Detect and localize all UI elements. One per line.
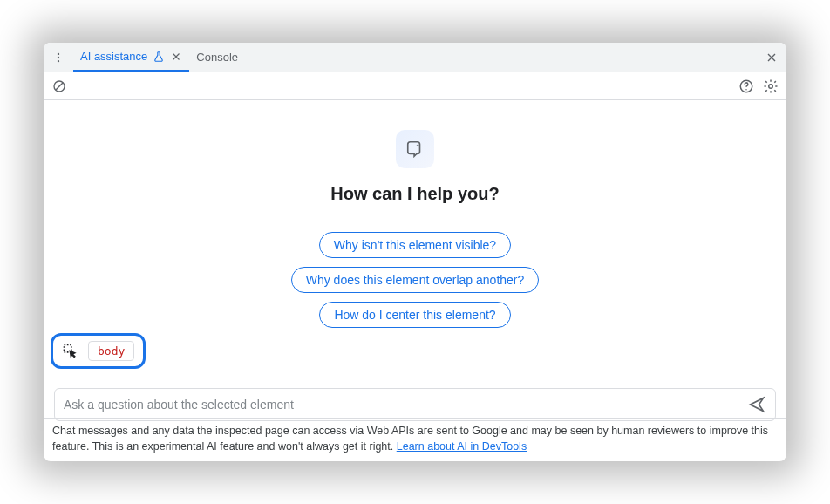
tab-console[interactable]: Console	[189, 43, 245, 72]
tab-label: Console	[196, 51, 238, 64]
element-selector-highlight: body	[51, 333, 146, 369]
main-content: How can I help you? Why isn't this eleme…	[44, 100, 786, 461]
svg-point-6	[769, 84, 773, 88]
gear-icon[interactable]	[760, 76, 781, 97]
svg-point-2	[58, 59, 59, 61]
suggestion-list: Why isn't this element visible? Why does…	[291, 232, 540, 328]
suggestion-chip[interactable]: How do I center this element?	[319, 302, 510, 328]
inspect-element-icon[interactable]	[62, 343, 79, 360]
close-tab-icon[interactable]	[170, 51, 182, 63]
suggestion-chip[interactable]: Why does this element overlap another?	[291, 267, 540, 293]
disclaimer-footer: Chat messages and any data the inspected…	[44, 418, 786, 461]
tab-label: AI assistance	[80, 50, 147, 63]
element-selector-row: body	[44, 333, 146, 369]
svg-point-0	[58, 52, 59, 54]
ai-sparkle-icon	[396, 130, 434, 168]
svg-point-1	[58, 56, 59, 58]
input-row	[44, 388, 786, 421]
devtools-panel: AI assistance Console How can	[44, 43, 786, 461]
close-panel-icon[interactable]	[762, 48, 781, 67]
help-icon[interactable]	[736, 76, 757, 97]
tab-ai-assistance[interactable]: AI assistance	[73, 43, 189, 72]
welcome-heading: How can I help you?	[330, 184, 499, 204]
send-icon[interactable]	[745, 393, 768, 416]
toolbar	[44, 72, 786, 100]
suggestion-chip[interactable]: Why isn't this element visible?	[319, 232, 511, 258]
learn-more-link[interactable]: Learn about AI in DevTools	[397, 440, 527, 453]
svg-point-5	[745, 89, 747, 91]
tab-bar: AI assistance Console	[44, 43, 786, 72]
chat-input-wrap	[54, 388, 776, 421]
cancel-icon[interactable]	[49, 76, 70, 97]
chat-input[interactable]	[64, 398, 745, 412]
more-menu-icon[interactable]	[49, 48, 68, 67]
flask-icon	[153, 51, 165, 63]
selected-element-tag[interactable]: body	[88, 341, 134, 361]
